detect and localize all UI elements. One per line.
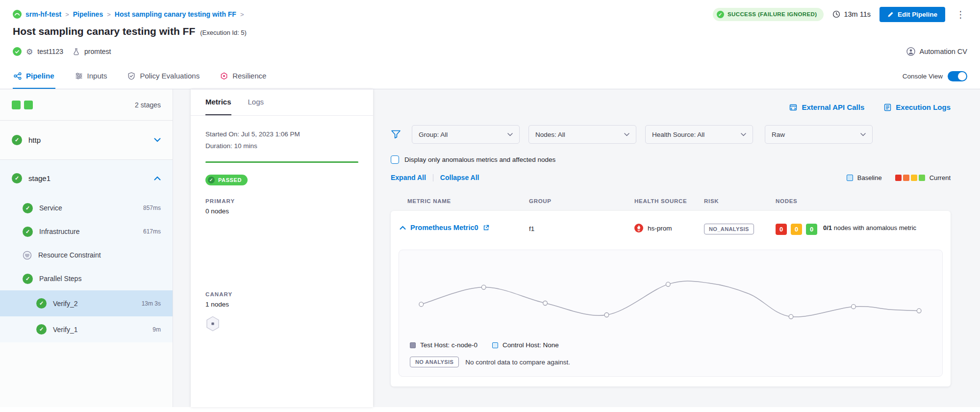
sidebar-stage-stage1[interactable]: ✓ stage1 [0,160,173,196]
chevron-down-icon[interactable] [154,138,161,142]
step-verify-2[interactable]: ✓ Verify_2 13m 3s [0,290,173,316]
breadcrumb-separator: > [107,11,111,18]
chevron-down-icon [741,133,746,136]
chevron-down-icon [624,133,629,136]
anomalous-only-label: Display only anomalous metrics and affec… [404,156,555,163]
health-source-filter-select[interactable]: Health Source: All [645,125,753,144]
chevron-down-icon [860,133,866,136]
canary-node-hexagon-icon[interactable] [205,316,358,332]
success-check-icon: ✓ [36,298,47,309]
step-parallel-steps[interactable]: ✓ Parallel Steps [0,267,173,290]
metric-name-link[interactable]: Prometheus Metric0 [410,224,478,232]
prometheus-icon [634,224,643,232]
step-resource-constraint[interactable]: Resource Constraint [0,243,173,267]
nodes-cell: 0 0 0 0/1 nodes with anomalous metric [776,224,943,235]
stage-count: 2 stages [135,101,161,109]
group-filter-select[interactable]: Group: All [412,125,520,144]
breadcrumb-separator: > [240,11,244,18]
user-icon [906,47,915,56]
tab-metrics[interactable]: Metrics [205,89,231,115]
resource-constraint-icon [23,251,32,260]
test-host-legend-icon [410,342,416,348]
started-on: Started On: Jul 5, 2023 1:06 PM [205,129,358,140]
stage-square-icon[interactable] [24,101,33,109]
success-check-icon: ✓ [36,324,47,335]
api-calls-icon [789,103,797,111]
toggle-knob [958,72,966,80]
pipelines-icon [13,10,22,19]
success-check-icon: ✓ [12,173,22,183]
primary-node-count: 0 nodes [205,207,358,215]
breadcrumb: srm-hf-test > Pipelines > Host sampling … [13,10,244,19]
execution-tabbar: Pipeline Inputs Policy Evaluations Resil… [0,64,980,89]
health-source-cell: hs-prom [634,224,704,232]
yellow-node-count: 0 [791,224,802,235]
breadcrumb-separator: > [65,11,69,18]
triggered-by-user: Automation CV [919,48,967,55]
page-header: srm-hf-test > Pipelines > Host sampling … [0,0,980,64]
external-link-icon[interactable] [483,225,489,231]
execution-logs-link[interactable]: Execution Logs [884,103,951,111]
check-icon: ✓ [208,177,215,183]
deploy-status-icon [13,47,22,56]
resilience-icon [220,72,228,80]
tab-policy-evaluations[interactable]: Policy Evaluations [126,64,201,89]
chart-legend: Baseline Current [847,174,951,181]
more-options-icon[interactable]: ⋮ [954,10,967,19]
verify-step-panel: Metrics Logs Started On: Jul 5, 2023 1:0… [191,89,373,407]
tab-resilience[interactable]: Resilience [219,64,267,89]
sliders-icon [75,72,83,80]
execution-id: (Execution Id: 5) [200,29,247,36]
tab-pipeline[interactable]: Pipeline [13,64,55,89]
tab-logs[interactable]: Logs [248,89,264,115]
collapse-row-chevron-up-icon[interactable] [400,226,406,230]
stage-square-icon[interactable] [12,101,21,109]
expand-all-link[interactable]: Expand All [391,174,426,181]
chevron-down-icon [507,133,513,136]
nodes-filter-select[interactable]: Nodes: All [528,125,636,144]
metrics-analysis-panel: External API Calls Execution Logs Group:… [373,89,980,407]
stage-sidebar: 2 stages ✓ http ✓ stage1 ✓ [0,89,173,407]
logs-document-icon [884,103,891,111]
status-badge: ✓ SUCCESS (FAILURE IGNORED) [713,8,824,21]
baseline-legend-icon [847,175,853,181]
success-check-icon: ✓ [23,203,33,213]
step-verify-1[interactable]: ✓ Verify_1 9m [0,316,173,342]
pipeline-icon [14,72,22,80]
step-infrastructure[interactable]: ✓ Infrastructure 617ms [0,220,173,243]
breadcrumb-pipelines[interactable]: Pipelines [73,10,103,18]
metric-line-chart[interactable] [410,262,931,335]
page-title: Host sampling canary testing with FF [13,26,195,37]
green-node-count: 0 [806,224,817,235]
step-duration: Duration: 10 mins [205,140,358,152]
canary-label: CANARY [205,291,358,297]
stage1-block: ✓ stage1 ✓ Service 857ms ✓ Infrastructur… [0,160,173,342]
anomalous-only-checkbox[interactable] [391,155,399,164]
pencil-icon [887,11,894,18]
external-api-calls-link[interactable]: External API Calls [789,103,864,111]
breadcrumb-current[interactable]: Host sampling canary testing with FF [115,10,236,18]
collapse-all-link[interactable]: Collapse All [440,174,479,181]
tab-inputs[interactable]: Inputs [74,64,108,89]
risk-colors-legend-icon [895,175,925,181]
success-check-icon: ✓ [23,274,33,284]
step-service[interactable]: ✓ Service 857ms [0,196,173,220]
metric-row-card: Prometheus Metric0 f1 hs-prom NO_ANALYSI [391,211,951,386]
data-mode-select[interactable]: Raw [765,125,873,144]
console-view-label: Console View [903,73,943,80]
check-icon: ✓ [717,11,724,18]
red-node-count: 0 [776,224,787,235]
filter-icon[interactable] [391,129,401,139]
service-name: test1123 [37,48,63,55]
no-analysis-text: No control data to compare against. [465,359,570,366]
nodes-summary: 0/1 nodes with anomalous metric [823,224,916,232]
passed-badge: ✓ PASSED [205,175,248,185]
stage-summary: 2 stages [0,89,173,121]
console-view-toggle[interactable] [948,71,967,81]
breadcrumb-project[interactable]: srm-hf-test [25,10,61,18]
sidebar-stage-http[interactable]: ✓ http [0,121,173,160]
chevron-up-icon[interactable] [154,176,161,180]
edit-pipeline-button[interactable]: Edit Pipeline [879,7,945,22]
clock-icon [832,10,840,18]
metric-chart-panel: Test Host: c-node-0 Control Host: None N… [399,250,943,377]
